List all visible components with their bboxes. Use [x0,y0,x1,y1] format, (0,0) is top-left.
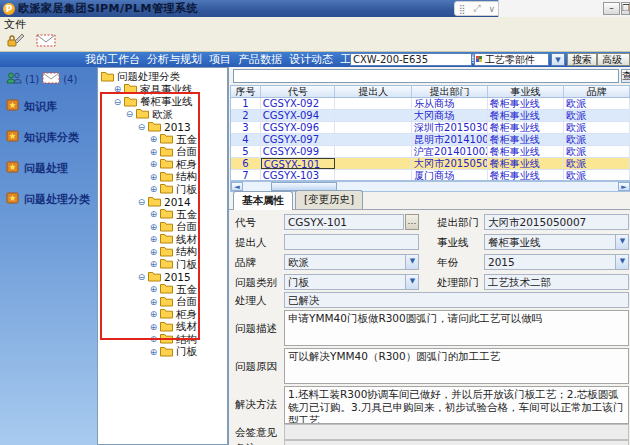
mail-icon[interactable] [36,32,56,49]
table-cell[interactable]: 沪宜2014010022 [412,146,488,157]
expand-handle-icon[interactable]: ⊕ [149,235,158,244]
tree-node-柜身[interactable]: ⊕柜身 [98,309,227,322]
dropdown-arrow-icon[interactable]: ▼ [405,254,419,270]
sidebar-item-知识库分类[interactable]: 知识库分类 [0,125,97,149]
tree-node-结构[interactable]: ⊕结构 [98,171,227,184]
table-cell[interactable] [335,146,412,157]
filter-input[interactable] [233,69,619,83]
table-row[interactable]: 5CGSYX-099沪宜2014010022餐柜事业线欧派 [231,146,630,158]
table-row[interactable]: 2CGSYX-094大冈商场餐柜事业线欧派 [231,110,630,122]
table-cell[interactable]: CGSYX-103 [261,170,336,181]
tree-node-2015[interactable]: ⊖2015 [98,271,227,284]
tree-node-餐柜事业线[interactable]: ⊖餐柜事业线 [98,96,227,109]
field-input[interactable]: 门板▼ [284,274,419,290]
column-header-序号[interactable]: 序号 [231,86,261,97]
tree-node-线材[interactable]: ⊕线材 [98,321,227,334]
tree-node-结构[interactable]: ⊕结构 [98,334,227,347]
table-cell[interactable] [335,98,412,109]
table-cell[interactable] [335,134,412,145]
tree-node-结构[interactable]: ⊕结构 [98,246,227,259]
table-cell[interactable]: 7 [231,170,261,181]
table-cell[interactable]: 欧派 [564,170,630,181]
column-header-品牌[interactable]: 品牌 [564,86,630,97]
tree-node-五金[interactable]: ⊕五金 [98,134,227,147]
tab-basic-properties[interactable]: 基本属性 [233,191,293,210]
tree-node-门板[interactable]: ⊕门板 [98,184,227,197]
tree-node-家具事业线[interactable]: ⊕家具事业线 [98,84,227,97]
table-cell[interactable]: 1 [231,98,261,109]
grid-dots-icon[interactable]: ⣿ [459,4,466,14]
tree-node-台面[interactable]: ⊕台面 [98,146,227,159]
collapse-handle-icon[interactable]: ⊖ [113,98,122,107]
expand-handle-icon[interactable]: ⊕ [149,310,158,319]
nav-item-分析与规划[interactable]: 分析与规划 [147,52,202,67]
table-cell[interactable]: 欧派 [564,98,630,109]
tree-node-问题处理分类[interactable]: 问题处理分类 [98,71,227,84]
table-row[interactable]: 6CGSYX-101大冈市2015050007餐柜事业线欧派 [231,158,630,170]
tree-node-门板[interactable]: ⊕门板 [98,259,227,272]
collapse-handle-icon[interactable]: ⊖ [125,110,134,119]
users-icon[interactable] [6,72,22,86]
field-textarea-问题描述[interactable]: 申请YMM40门板做R300圆弧门，请问此工艺可以做吗 [284,310,629,346]
expand-handle-icon[interactable]: ⊕ [149,210,158,219]
table-cell[interactable]: 餐柜事业线 [488,146,565,157]
collapse-handle-icon[interactable]: ⊖ [137,273,146,282]
scroll-left-arrow[interactable]: ◄ [231,182,243,191]
tree-node-门板[interactable]: ⊕门板 [98,346,227,359]
table-cell[interactable]: 欧派 [564,134,630,145]
expand-handle-icon[interactable]: ⊕ [149,223,158,232]
expand-handle-icon[interactable]: ⊕ [149,260,158,269]
table-cell[interactable]: 餐柜事业线 [488,158,565,169]
table-cell[interactable]: 2 [231,110,261,121]
table-cell[interactable]: 餐柜事业线 [488,110,565,121]
stamp-lock-icon[interactable] [6,32,26,49]
expand-handle-icon[interactable]: ⊕ [113,85,122,94]
scroll-right-arrow[interactable]: ► [618,182,630,191]
expand-handle-icon[interactable]: ⊕ [149,148,158,157]
expand-handle-icon[interactable]: ⊕ [149,160,158,169]
tree-node-柜身[interactable]: ⊕柜身 [98,159,227,172]
table-cell[interactable]: 餐柜事业线 [488,98,565,109]
table-cell[interactable]: CGSYX-097 [261,134,336,145]
field-input[interactable]: 餐柜事业线▼ [484,234,629,250]
sidebar-item-问题处理分类[interactable]: 问题处理分类 [0,187,97,211]
table-cell[interactable]: 欧派 [564,122,630,133]
dropdown-arrow-icon[interactable]: ▼ [615,254,629,270]
table-cell[interactable]: 厦门商场 [412,170,488,181]
tree-node-五金[interactable]: ⊕五金 [98,284,227,297]
nav-item-项目[interactable]: 项目 [209,52,231,67]
expand-handle-icon[interactable]: ⊕ [149,348,158,357]
expand-handle-icon[interactable]: ⊕ [149,298,158,307]
collapse-handle-icon[interactable]: ⊖ [137,198,146,207]
field-input[interactable] [284,440,629,445]
table-cell[interactable] [335,122,412,133]
column-header-提出部门[interactable]: 提出部门 [412,86,488,97]
table-row[interactable]: 4CGSYX-097昆明市2014100101餐柜事业线欧派 [231,134,630,146]
minimize-button[interactable]: – [603,2,620,15]
search-type-dropdown-button[interactable]: ▼ [551,53,565,66]
collapse-handle-icon[interactable]: ⊖ [137,123,146,132]
field-input[interactable] [284,234,419,250]
nav-item-设计动态[interactable]: 设计动态 [289,52,333,67]
tree-node-线材[interactable]: ⊕线材 [98,234,227,247]
expand-handle-icon[interactable]: ⊕ [149,285,158,294]
column-header-提出人[interactable]: 提出人 [335,86,412,97]
chevron-down-icon[interactable]: ∨ [488,4,495,14]
table-cell[interactable]: 3 [231,122,261,133]
tree-node-台面[interactable]: ⊕台面 [98,296,227,309]
quick-search-input[interactable] [350,53,472,66]
expand-handle-icon[interactable]: ⊕ [149,323,158,332]
table-cell[interactable]: CGSYX-096 [261,122,336,133]
table-cell[interactable]: 昆明市2014100101 [412,134,488,145]
field-textarea-问题原因[interactable]: 可以解决YMM40（R300）圆弧门的加工工艺 [284,348,629,384]
dropdown-arrow-icon[interactable]: ▼ [615,234,629,250]
tab-change-history[interactable]: [变更历史] [295,190,363,209]
table-cell[interactable]: 餐柜事业线 [488,134,565,145]
expand-handle-icon[interactable]: ⊕ [149,248,158,257]
tree-node-台面[interactable]: ⊕台面 [98,221,227,234]
tree-node-欧派[interactable]: ⊖欧派 [98,109,227,122]
table-cell[interactable]: 乐从商场 [412,98,488,109]
search-button[interactable]: 搜索 [567,53,597,66]
column-header-代号[interactable]: 代号 [261,86,336,97]
table-cell[interactable]: 5 [231,146,261,157]
